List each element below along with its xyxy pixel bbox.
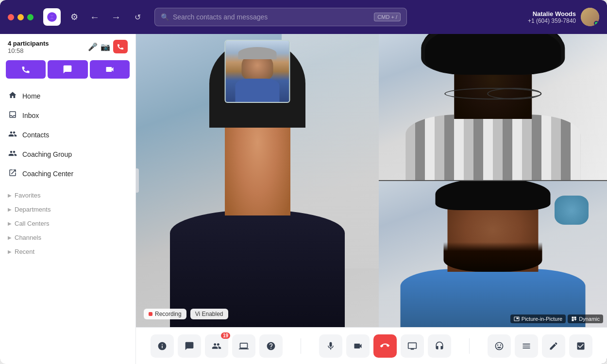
end-call-button-sidebar[interactable] xyxy=(113,40,128,53)
recent-section[interactable]: ▶ Recent xyxy=(0,245,135,259)
rec-dot xyxy=(149,312,152,316)
help-button[interactable] xyxy=(259,334,283,358)
checkbox-button[interactable] xyxy=(569,334,592,358)
toolbar-divider-1 xyxy=(301,338,301,354)
menu-button[interactable] xyxy=(515,334,538,358)
recent-label: Recent xyxy=(15,248,34,255)
sidebar-item-home[interactable]: Home xyxy=(0,86,135,106)
video-grid: Recording Vi Enabled ‹ xyxy=(136,34,607,327)
video-area: Recording Vi Enabled ‹ xyxy=(136,34,607,364)
call-timer: 10:58 xyxy=(8,47,49,54)
nav-items: Home Inbox Contacts xyxy=(0,84,135,185)
participants-badge: 19 xyxy=(221,332,230,339)
pip-bg xyxy=(226,41,289,102)
toolbar-group-right xyxy=(488,334,592,358)
sidebar-item-coaching-group[interactable]: Coaching Group xyxy=(0,145,135,164)
mic-icon[interactable]: 🎤 xyxy=(88,42,98,51)
favorites-section[interactable]: ▶ Favorites xyxy=(0,188,135,202)
search-icon: 🔍 xyxy=(161,13,169,21)
dynamic-label: Dynamic xyxy=(579,316,600,322)
channels-arrow: ▶ xyxy=(8,235,12,240)
coaching-center-icon xyxy=(8,168,17,179)
bottom-toolbar: 19 xyxy=(136,327,607,364)
edit-button[interactable] xyxy=(542,334,565,358)
video-participant-2 xyxy=(379,34,607,180)
search-input[interactable] xyxy=(173,13,370,21)
user-text: Natalie Woods +1 (604) 359-7840 xyxy=(528,10,576,24)
back-button[interactable]: ← xyxy=(86,10,103,25)
departments-arrow: ▶ xyxy=(8,207,12,212)
inbox-label: Inbox xyxy=(22,112,39,119)
contacts-icon xyxy=(8,130,17,140)
pip-thumbnail xyxy=(225,40,290,103)
coaching-center-label: Coaching Center xyxy=(22,170,73,178)
pip-clothing xyxy=(235,79,280,102)
home-label: Home xyxy=(22,92,40,100)
search-bar[interactable]: 🔍 CMD + / xyxy=(154,8,407,26)
emoji-button[interactable] xyxy=(488,334,511,358)
right-video-panel: Picture-in-Picture Dynamic xyxy=(379,34,607,327)
recording-badge: Recording xyxy=(144,309,186,319)
info-button[interactable] xyxy=(151,334,174,358)
nav-buttons: ← → xyxy=(86,10,125,25)
titlebar: ⚙ ← → ↺ 🔍 CMD + / Natalie Woods +1 (604)… xyxy=(0,0,607,34)
window-controls xyxy=(8,14,34,20)
mute-button[interactable] xyxy=(319,334,342,358)
vi-enabled-badge: Vi Enabled xyxy=(190,309,228,319)
camera-toggle-button[interactable] xyxy=(346,334,370,358)
p3-beard xyxy=(443,242,542,271)
departments-label: Departments xyxy=(15,206,51,213)
p2-body xyxy=(396,34,590,180)
camera-icon[interactable]: 📷 xyxy=(101,42,110,51)
call-controls-top: 🎤 📷 xyxy=(88,40,128,53)
toolbar-group-left: 19 xyxy=(151,334,283,358)
end-call-toolbar-button[interactable] xyxy=(373,334,397,358)
call-centers-label: Call Centers xyxy=(15,220,50,227)
p3-hair xyxy=(436,181,551,210)
video-participant-3: Picture-in-Picture Dynamic xyxy=(379,180,607,327)
recording-label: Recording xyxy=(155,311,182,317)
avatar[interactable] xyxy=(581,8,599,26)
message-action-button[interactable] xyxy=(48,60,87,79)
p3-bg xyxy=(379,181,607,327)
sidebar-item-coaching-center[interactable]: Coaching Center xyxy=(0,164,135,183)
close-button[interactable] xyxy=(8,14,14,20)
settings-icon[interactable]: ⚙ xyxy=(68,10,80,24)
contacts-label: Contacts xyxy=(22,131,49,139)
collapse-button[interactable]: ‹ xyxy=(136,168,139,193)
forward-button[interactable]: → xyxy=(107,10,125,25)
video-action-button[interactable] xyxy=(90,60,130,79)
departments-section[interactable]: ▶ Departments xyxy=(0,202,135,216)
participants-button[interactable]: 19 xyxy=(205,334,228,358)
sidebar-item-inbox[interactable]: Inbox xyxy=(0,106,135,125)
channels-section[interactable]: ▶ Channels xyxy=(0,231,135,245)
sidebar: 4 participants 10:58 🎤 📷 xyxy=(0,34,136,364)
headset-button[interactable] xyxy=(428,334,451,358)
main-area: 4 participants 10:58 🎤 📷 xyxy=(0,34,607,364)
inbox-icon xyxy=(8,110,17,121)
minimize-button[interactable] xyxy=(17,14,24,20)
coaching-group-icon xyxy=(8,149,17,160)
section-groups: ▶ Favorites ▶ Departments ▶ Call Centers… xyxy=(0,185,135,262)
favorites-label: Favorites xyxy=(15,192,40,199)
search-shortcut-badge: CMD + / xyxy=(374,13,401,21)
chat-button[interactable] xyxy=(178,334,201,358)
refresh-button[interactable]: ↺ xyxy=(131,11,145,24)
screenshare-button[interactable] xyxy=(232,334,255,358)
call-centers-section[interactable]: ▶ Call Centers xyxy=(0,216,135,231)
participants-label: 4 participants xyxy=(8,40,49,47)
favorites-arrow: ▶ xyxy=(8,193,12,198)
action-buttons xyxy=(6,60,130,79)
maximize-button[interactable] xyxy=(27,14,34,20)
present-button[interactable] xyxy=(401,334,424,358)
p3-body xyxy=(390,181,596,327)
user-phone: +1 (604) 359-7840 xyxy=(528,17,576,24)
coaching-group-label: Coaching Group xyxy=(22,150,72,158)
sidebar-item-contacts[interactable]: Contacts xyxy=(0,125,135,145)
channels-label: Channels xyxy=(15,234,41,241)
toolbar-divider-2 xyxy=(469,338,470,354)
p2-hair xyxy=(425,34,561,75)
call-status-bar: 4 participants 10:58 🎤 📷 xyxy=(0,34,135,58)
status-indicator xyxy=(594,21,599,26)
call-action-button[interactable] xyxy=(6,60,46,79)
